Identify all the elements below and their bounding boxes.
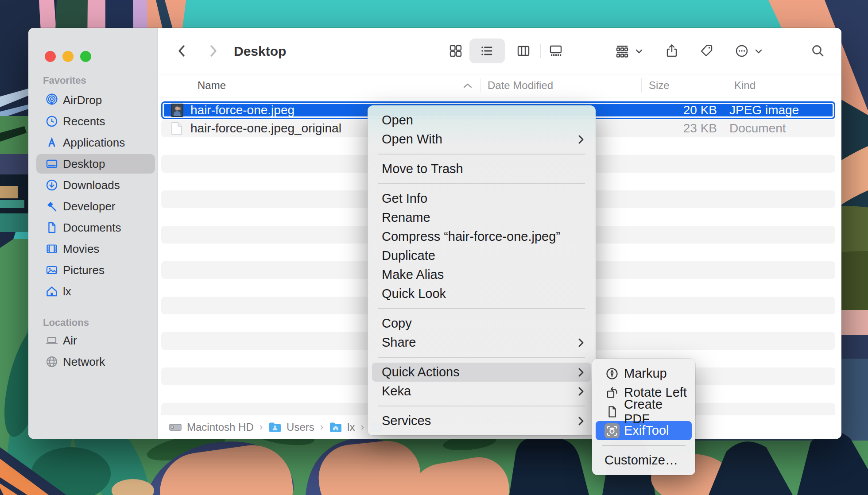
menu-item-compress[interactable]: Compress “hair-force-one.jpeg” <box>368 227 596 246</box>
window-title: Desktop <box>234 44 286 59</box>
sidebar-item-airdrop[interactable]: AirDrop <box>28 89 157 111</box>
minimize-button[interactable] <box>62 51 74 62</box>
menu-item-keka[interactable]: Keka <box>368 382 596 401</box>
sidebar-item-applications[interactable]: Applications <box>28 132 157 153</box>
menu-item-open-with[interactable]: Open With <box>368 130 596 149</box>
file-size: 23 KB <box>648 121 717 135</box>
sidebar-item-developer[interactable]: Developer <box>28 196 157 217</box>
desktop-icon <box>44 156 59 171</box>
sidebar-section-locations: Locations <box>43 317 89 329</box>
group-chevron-down-icon[interactable] <box>635 43 643 58</box>
menu-item-quick-look[interactable]: Quick Look <box>368 284 596 303</box>
path-chevron-icon: › <box>320 422 323 433</box>
globe-icon <box>44 354 59 369</box>
file-kind: JPEG image <box>729 103 799 117</box>
icon-view-button[interactable] <box>448 43 463 58</box>
sort-ascending-icon[interactable] <box>463 74 472 97</box>
downloads-icon <box>44 178 59 193</box>
search-icon[interactable] <box>810 43 825 58</box>
hard-drive-icon <box>169 422 182 433</box>
menu-item-share[interactable]: Share <box>368 333 596 352</box>
list-view-button[interactable] <box>479 43 494 58</box>
hammer-icon <box>44 199 59 214</box>
column-header-date-modified[interactable]: Date Modified <box>488 74 553 97</box>
gallery-view-button[interactable] <box>548 43 563 58</box>
menu-item-quick-actions[interactable]: Quick Actions <box>372 363 591 382</box>
more-options-button[interactable] <box>734 43 749 58</box>
column-header-size[interactable]: Size <box>649 74 670 97</box>
menu-item-services[interactable]: Services <box>368 411 596 430</box>
blank-document-icon <box>171 122 183 135</box>
rotate-left-icon <box>604 385 620 400</box>
sidebar-item-documents[interactable]: Documents <box>28 217 157 238</box>
menu-separator <box>378 406 585 406</box>
menu-item-duplicate[interactable]: Duplicate <box>368 246 596 265</box>
submenu-chevron-icon <box>578 337 584 348</box>
folder-users-icon <box>268 422 282 433</box>
more-chevron-down-icon[interactable] <box>755 43 763 58</box>
menu-separator <box>378 357 585 358</box>
menu-item-open[interactable]: Open <box>368 111 596 130</box>
zoom-button[interactable] <box>80 51 91 62</box>
share-button[interactable] <box>664 43 679 58</box>
document-icon <box>44 220 59 235</box>
file-name: hair-force-one.jpeg <box>190 103 294 117</box>
home-icon <box>44 284 59 299</box>
column-header-name[interactable]: Name <box>198 74 226 97</box>
submenu-item-create-pdf[interactable]: Create PDF <box>592 402 695 421</box>
path-item-users[interactable]: Users <box>268 421 314 433</box>
markup-icon <box>604 366 620 381</box>
sidebar-item-recents[interactable]: Recents <box>28 111 157 132</box>
applications-icon <box>44 135 59 150</box>
path-chevron-icon: › <box>360 422 364 433</box>
sidebar: Favorites AirDrop Recents <box>28 28 158 439</box>
menu-item-copy[interactable]: Copy <box>368 314 596 333</box>
column-header-kind[interactable]: Kind <box>734 74 756 97</box>
sidebar-item-home-lx[interactable]: lx <box>28 281 157 302</box>
film-icon <box>44 241 59 256</box>
sidebar-item-air[interactable]: Air <box>28 330 157 351</box>
path-chevron-icon: › <box>260 422 263 433</box>
airdrop-icon <box>44 93 59 108</box>
sidebar-item-downloads[interactable]: Downloads <box>28 174 157 196</box>
toolbar-divider <box>540 44 541 58</box>
back-button[interactable] <box>174 43 190 58</box>
forward-button[interactable] <box>205 43 221 58</box>
group-button[interactable] <box>615 43 630 58</box>
column-view-button[interactable] <box>516 43 531 58</box>
column-headers: Name Date Modified Size Kind <box>158 74 841 97</box>
photo-thumbnail <box>171 104 183 117</box>
submenu-chevron-icon <box>578 367 584 378</box>
column-divider[interactable] <box>641 78 642 93</box>
column-divider[interactable] <box>480 78 481 93</box>
sidebar-item-network[interactable]: Network <box>28 351 157 372</box>
menu-item-get-info[interactable]: Get Info <box>368 189 596 208</box>
submenu-chevron-icon <box>578 134 584 145</box>
menu-separator <box>378 154 585 155</box>
menu-item-rename[interactable]: Rename <box>368 208 596 227</box>
submenu-item-markup[interactable]: Markup <box>592 364 695 383</box>
submenu-chevron-icon <box>578 386 584 397</box>
path-item-macintosh-hd[interactable]: Macintosh HD <box>169 421 254 433</box>
column-divider[interactable] <box>726 78 726 93</box>
submenu-item-customize[interactable]: Customize… <box>592 451 695 470</box>
create-pdf-icon <box>604 404 620 419</box>
context-menu: Open Open With Move to Trash Get Info Re… <box>368 105 596 435</box>
submenu-chevron-icon <box>578 415 584 427</box>
file-size: 20 KB <box>648 103 717 117</box>
close-button[interactable] <box>45 51 56 62</box>
exiftool-icon <box>604 423 620 438</box>
file-name: hair-force-one.jpeg_original <box>190 121 341 135</box>
sidebar-item-pictures[interactable]: Pictures <box>28 259 157 281</box>
sidebar-section-favorites: Favorites <box>43 75 86 86</box>
quick-actions-submenu: Markup Rotate Left Create PDF ExifTool <box>592 359 695 475</box>
laptop-icon <box>44 333 59 348</box>
menu-item-make-alias[interactable]: Make Alias <box>368 265 596 284</box>
sidebar-item-movies[interactable]: Movies <box>28 238 157 259</box>
sidebar-item-desktop[interactable]: Desktop <box>28 153 157 174</box>
menu-item-move-to-trash[interactable]: Move to Trash <box>368 159 596 178</box>
path-item-lx[interactable]: lx <box>329 421 355 433</box>
tags-button[interactable] <box>699 43 714 58</box>
clock-icon <box>44 114 59 129</box>
folder-home-icon <box>329 422 342 433</box>
